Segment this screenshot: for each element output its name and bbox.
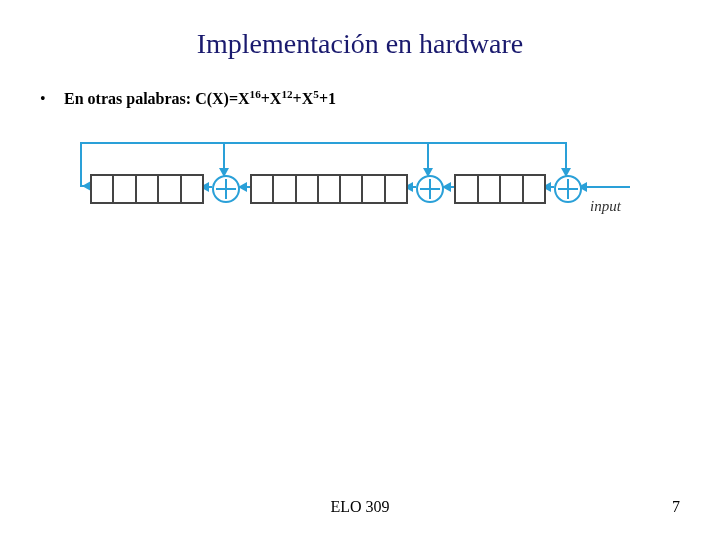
xor-gate-icon [554,175,582,203]
formula-p0: C(X)=X [195,90,249,107]
shift-register-2 [250,174,408,204]
shift-register-1 [90,174,204,204]
footer-course-code: ELO 309 [0,498,720,516]
wire [429,142,567,144]
lfsr-diagram: input [60,120,660,230]
register-cell [137,176,159,202]
register-cell [319,176,341,202]
footer-page-number: 7 [672,498,680,516]
formula-p3: +1 [319,90,336,107]
register-cell [479,176,502,202]
register-cell [159,176,181,202]
register-cell [501,176,524,202]
shift-register-3 [454,174,546,204]
register-cell [92,176,114,202]
register-cell [363,176,385,202]
bullet-item: • En otras palabras: C(X)=X16+X12+X5+1 [40,88,336,108]
register-cell [252,176,274,202]
register-cell [524,176,545,202]
bullet-text: En otras palabras: C(X)=X16+X12+X5+1 [64,90,336,107]
register-cell [456,176,479,202]
slide-title: Implementación en hardware [0,28,720,60]
formula-p2: +X [293,90,314,107]
register-cell [274,176,296,202]
register-cell [114,176,136,202]
formula-p1: +X [261,90,282,107]
bullet-marker: • [40,90,60,108]
bullet-prefix: En otras palabras: [64,90,195,107]
register-cell [341,176,363,202]
register-cell [386,176,406,202]
input-label: input [590,198,621,215]
wire [225,142,429,144]
register-cell [182,176,202,202]
register-cell [297,176,319,202]
xor-gate-icon [212,175,240,203]
formula-e1: 12 [281,88,292,100]
formula-e0: 16 [250,88,261,100]
xor-gate-icon [416,175,444,203]
wire [80,142,225,144]
wire [580,186,630,188]
